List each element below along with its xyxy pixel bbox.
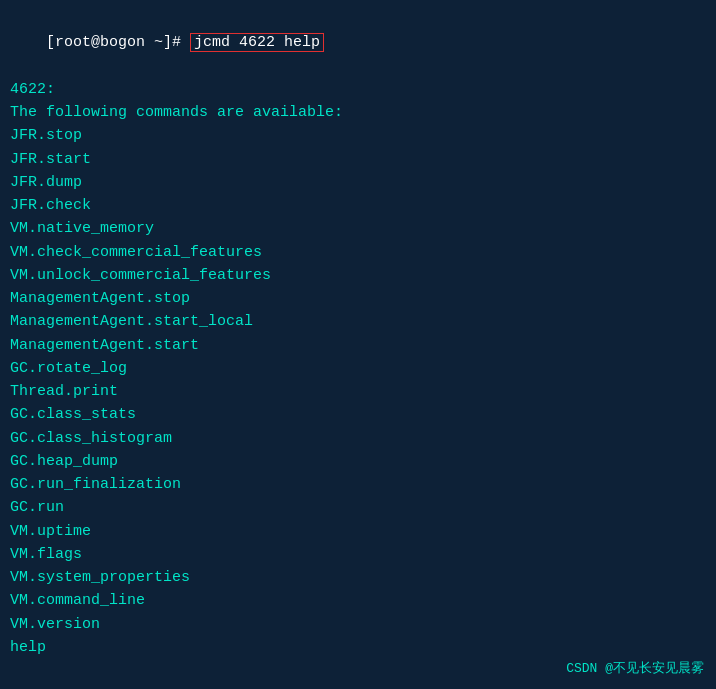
command-item: VM.system_properties bbox=[10, 569, 190, 586]
command-item: VM.uptime bbox=[10, 523, 91, 540]
terminal-line: ManagementAgent.start bbox=[10, 334, 706, 357]
terminal-line: ManagementAgent.start_local bbox=[10, 310, 706, 333]
terminal-line: VM.uptime bbox=[10, 520, 706, 543]
terminal-line: 4622: bbox=[10, 78, 706, 101]
command-item: GC.heap_dump bbox=[10, 453, 118, 470]
command-item: ManagementAgent.start_local bbox=[10, 313, 253, 330]
command-item: VM.flags bbox=[10, 546, 82, 563]
prompt-text: [root@bogon ~]# bbox=[46, 34, 190, 51]
terminal-line: GC.run_finalization bbox=[10, 473, 706, 496]
command-item: GC.run bbox=[10, 499, 64, 516]
command-item: JFR.dump bbox=[10, 174, 82, 191]
terminal-line: GC.run bbox=[10, 496, 706, 519]
command-item: JFR.check bbox=[10, 197, 91, 214]
terminal: [root@bogon ~]# jcmd 4622 help 4622:The … bbox=[0, 0, 716, 689]
command-item: GC.rotate_log bbox=[10, 360, 127, 377]
terminal-line: GC.rotate_log bbox=[10, 357, 706, 380]
terminal-line: JFR.stop bbox=[10, 124, 706, 147]
command-item: JFR.start bbox=[10, 151, 91, 168]
info-line: The following commands are available: bbox=[10, 104, 343, 121]
terminal-line: VM.flags bbox=[10, 543, 706, 566]
terminal-line: VM.native_memory bbox=[10, 217, 706, 240]
terminal-line: ManagementAgent.stop bbox=[10, 287, 706, 310]
command-highlight: jcmd 4622 help bbox=[190, 33, 324, 52]
command-line: [root@bogon ~]# jcmd 4622 help bbox=[10, 8, 706, 78]
command-item: ManagementAgent.start bbox=[10, 337, 199, 354]
terminal-line: GC.class_histogram bbox=[10, 427, 706, 450]
terminal-line: The following commands are available: bbox=[10, 101, 706, 124]
command-item: Thread.print bbox=[10, 383, 118, 400]
command-item: help bbox=[10, 639, 46, 656]
terminal-line: VM.system_properties bbox=[10, 566, 706, 589]
terminal-line: JFR.start bbox=[10, 148, 706, 171]
terminal-line: VM.command_line bbox=[10, 589, 706, 612]
terminal-line: GC.heap_dump bbox=[10, 450, 706, 473]
terminal-line: VM.check_commercial_features bbox=[10, 241, 706, 264]
command-item: GC.run_finalization bbox=[10, 476, 181, 493]
command-item: VM.unlock_commercial_features bbox=[10, 267, 271, 284]
terminal-line: VM.unlock_commercial_features bbox=[10, 264, 706, 287]
command-item: VM.check_commercial_features bbox=[10, 244, 262, 261]
terminal-line: VM.version bbox=[10, 613, 706, 636]
terminal-line: Thread.print bbox=[10, 380, 706, 403]
terminal-line: help bbox=[10, 636, 706, 659]
command-item: VM.native_memory bbox=[10, 220, 154, 237]
command-item: VM.command_line bbox=[10, 592, 145, 609]
terminal-line: JFR.dump bbox=[10, 171, 706, 194]
terminal-line: JFR.check bbox=[10, 194, 706, 217]
command-item: GC.class_stats bbox=[10, 406, 136, 423]
command-item: VM.version bbox=[10, 616, 100, 633]
info-line: 4622: bbox=[10, 81, 55, 98]
command-item: JFR.stop bbox=[10, 127, 82, 144]
command-item: GC.class_histogram bbox=[10, 430, 172, 447]
watermark: CSDN @不见长安见晨雾 bbox=[566, 659, 704, 677]
command-item: ManagementAgent.stop bbox=[10, 290, 190, 307]
terminal-line: GC.class_stats bbox=[10, 403, 706, 426]
